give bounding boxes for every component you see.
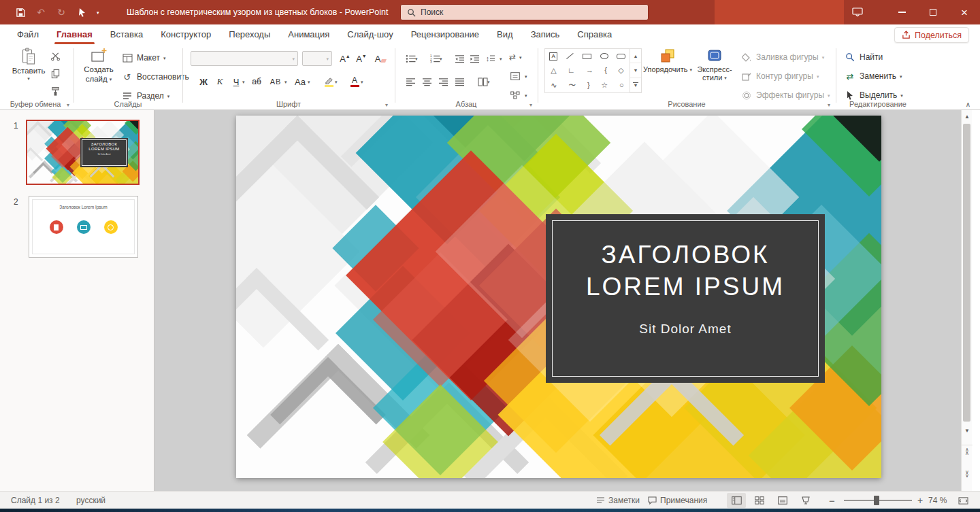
comments-button[interactable]: Примечания (648, 492, 707, 509)
elbow-connector-shape-icon[interactable]: ∟ (568, 67, 575, 74)
next-slide-button[interactable]: ∨∨ (962, 468, 973, 480)
zoom-level[interactable]: 74 % (928, 492, 947, 509)
character-spacing-chevron-icon[interactable]: ▾ (284, 80, 287, 84)
bold-button[interactable]: Ж (196, 74, 211, 89)
line-spacing-chevron-icon[interactable]: ▾ (500, 56, 502, 61)
curve-shape-icon[interactable]: ∿ (551, 82, 557, 89)
rectangle-shape-icon[interactable] (583, 54, 591, 59)
bracket-shape-icon[interactable]: { (604, 67, 607, 74)
align-left-button[interactable] (403, 74, 418, 89)
drawing-dialog-launcher[interactable]: ▾ (828, 102, 830, 108)
maximize-button[interactable] (917, 0, 949, 24)
tab-slideshow[interactable]: Слайд-шоу (338, 24, 402, 44)
slide2-thumbnail[interactable]: Заголовок Lorem Ipsum (29, 196, 138, 258)
change-case-chevron-icon[interactable]: ▾ (308, 80, 310, 84)
grow-font-button[interactable]: А▲ (338, 51, 353, 66)
language-indicator[interactable]: русский (76, 492, 105, 509)
normal-view-button[interactable] (727, 493, 746, 508)
increase-indent-button[interactable] (467, 51, 482, 66)
text-box-shape-icon[interactable]: А (549, 52, 557, 61)
shape-outline-button[interactable]: Контур фигуры ▾ (740, 69, 819, 84)
text-highlight-button[interactable] (321, 74, 336, 89)
notes-button[interactable]: Заметки (596, 492, 640, 509)
change-case-button[interactable]: Аа (293, 74, 308, 89)
highlight-chevron-icon[interactable]: ▾ (335, 80, 338, 84)
font-color-button[interactable]: А (347, 74, 362, 89)
shape-fill-button[interactable]: Заливка фигуры ▾ (740, 50, 824, 65)
fit-slide-to-window-button[interactable] (958, 492, 968, 509)
scrollbar-thumb[interactable] (963, 124, 970, 422)
rounded-rectangle-shape-icon[interactable] (617, 54, 625, 59)
oval-shape-icon[interactable] (600, 53, 608, 59)
numbering-chevron-icon[interactable]: ▾ (440, 56, 442, 61)
align-center-button[interactable] (419, 74, 434, 89)
gallery-scroll-down-icon[interactable]: ▼ (630, 63, 641, 78)
slide-title-box[interactable]: ЗАГОЛОВОК LOREM IPSUM Sit Dolor Amet (546, 214, 825, 383)
line-shape-icon[interactable] (566, 53, 574, 59)
font-dialog-launcher[interactable]: ▾ (385, 102, 388, 108)
share-button[interactable]: Поделиться (894, 27, 969, 43)
clear-formatting-button[interactable]: А (373, 51, 388, 66)
triangle-shape-icon[interactable]: △ (551, 67, 556, 74)
line-spacing-button[interactable]: ↕ (483, 51, 498, 66)
underline-button[interactable]: Ч (229, 74, 244, 89)
tab-animations[interactable]: Анимация (279, 24, 338, 44)
slide-sorter-view-button[interactable] (750, 493, 769, 508)
tab-help[interactable]: Справка (568, 24, 621, 44)
find-button[interactable]: Найти (844, 50, 883, 65)
copy-button[interactable] (50, 66, 61, 81)
font-color-chevron-icon[interactable]: ▾ (361, 80, 363, 84)
zoom-slider[interactable] (844, 500, 912, 501)
qat-dropdown-chevron-icon[interactable]: ▾ (97, 10, 99, 15)
strikethrough-button[interactable]: аб (249, 74, 264, 89)
zoom-out-button[interactable]: − (829, 492, 835, 509)
shrink-font-button[interactable]: А▼ (354, 51, 369, 66)
arrow-shape-icon[interactable]: → (586, 67, 593, 74)
reading-view-button[interactable] (773, 493, 792, 508)
slideshow-view-button[interactable] (796, 493, 815, 508)
new-slide-button[interactable]: Создать слайд▾ (80, 48, 117, 83)
reset-button[interactable]: ↺ Восстановить (121, 69, 189, 84)
redo-icon[interactable]: ↻ (56, 7, 67, 18)
format-painter-button[interactable] (50, 84, 61, 99)
scroll-up-button[interactable]: ▲ (962, 110, 973, 122)
zoom-slider-thumb[interactable] (874, 496, 879, 505)
tab-review[interactable]: Рецензирование (402, 24, 488, 44)
columns-chevron-icon[interactable]: ▾ (487, 80, 490, 84)
align-right-button[interactable] (436, 74, 451, 89)
slide-1[interactable]: ЗАГОЛОВОК LOREM IPSUM Sit Dolor Amet (236, 116, 881, 478)
replace-button[interactable]: ⇄ Заменить ▾ (844, 69, 902, 84)
save-icon[interactable] (15, 7, 26, 18)
gallery-scroll-up-icon[interactable]: ▲ (630, 49, 641, 63)
left-brace-shape-icon[interactable]: } (587, 82, 590, 89)
decrease-indent-button[interactable] (452, 51, 467, 66)
bullets-chevron-icon[interactable]: ▾ (415, 56, 418, 61)
scroll-down-button[interactable]: ▼ (962, 424, 973, 437)
arrange-button[interactable]: Упорядочить▾ (645, 48, 690, 73)
tab-design[interactable]: Конструктор (152, 24, 220, 44)
font-size-combo[interactable]: ▾ (302, 51, 332, 66)
touch-mouse-mode-icon[interactable] (76, 7, 87, 18)
diamond-shape-icon[interactable]: ◇ (618, 67, 623, 74)
layout-button[interactable]: Макет ▾ (121, 50, 165, 65)
tab-insert[interactable]: Вставка (101, 24, 152, 44)
align-text-button[interactable]: ▾ (509, 69, 527, 84)
italic-button[interactable]: К (212, 74, 227, 89)
tab-view[interactable]: Вид (488, 24, 522, 44)
scribble-shape-icon[interactable]: 〜 (568, 82, 576, 89)
shapes-gallery[interactable]: А △ ∟ → { ◇ ∿ 〜 } ☆ ○ (544, 48, 630, 93)
previous-slide-button[interactable]: ∧∧ (962, 445, 973, 457)
undo-icon[interactable]: ↶ (35, 7, 46, 18)
account-area[interactable] (715, 0, 844, 24)
star-shape-icon[interactable]: ☆ (601, 82, 608, 89)
zoom-in-button[interactable]: + (917, 492, 923, 509)
justify-button[interactable] (452, 74, 467, 89)
tab-file[interactable]: Файл (8, 24, 48, 44)
tab-home[interactable]: Главная (48, 24, 101, 44)
quick-styles-button[interactable]: Экспресс- стили▾ (693, 48, 736, 82)
tab-transitions[interactable]: Переходы (220, 24, 279, 44)
ribbon-display-options-button[interactable] (844, 0, 871, 24)
collapse-ribbon-icon[interactable]: ∧ (966, 101, 970, 108)
text-direction-button[interactable]: ⇄ ▾ (509, 50, 522, 65)
gallery-more-icon[interactable]: ▼ (630, 78, 641, 92)
